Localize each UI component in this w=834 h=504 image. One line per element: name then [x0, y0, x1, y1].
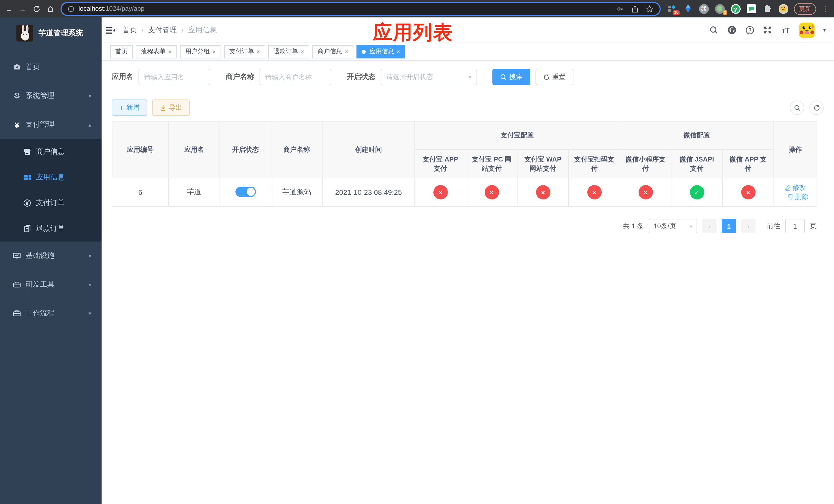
col-app-id: 应用编号 — [112, 121, 169, 178]
browser-update-button[interactable]: 更新 — [794, 3, 816, 15]
search-button[interactable]: 搜索 — [492, 69, 530, 85]
tab-close-icon[interactable]: × — [301, 48, 304, 55]
sidebar-item-workflow[interactable]: 工作流程 ▾ — [0, 299, 102, 328]
sidebar-item-devtools[interactable]: 研发工具 ▾ — [0, 270, 102, 299]
tab-pay-order[interactable]: 支付订单× — [224, 45, 265, 58]
chevron-down-icon: ▾ — [88, 281, 91, 288]
user-avatar[interactable] — [799, 22, 814, 38]
tab-close-icon[interactable]: × — [345, 48, 348, 55]
app-table: 应用编号 应用名 开启状态 商户名称 创建时间 支付宝配置 微信配置 操作 支付… — [112, 121, 817, 207]
tab-close-icon[interactable]: × — [212, 48, 216, 55]
sidebar-item-label: 工作流程 — [26, 308, 54, 318]
sidebar-item-infra[interactable]: 基础设施 ▾ — [0, 242, 102, 270]
sidebar-item-merchant-info[interactable]: 商户信息 — [0, 139, 102, 165]
cell-merchant: 芋道源码 — [271, 178, 322, 206]
extension-command-icon[interactable]: ⌘ — [699, 4, 709, 14]
chevron-down-icon: ▾ — [88, 310, 91, 317]
reset-button[interactable]: 重置 — [535, 69, 573, 85]
refresh-button[interactable] — [809, 100, 824, 115]
tab-close-icon[interactable]: × — [168, 48, 172, 55]
cell-status — [220, 178, 271, 206]
sidebar-item-home[interactable]: 首页 — [0, 53, 102, 82]
app-name-input[interactable] — [138, 69, 210, 85]
extension-y-icon[interactable]: y — [730, 4, 741, 14]
tab-refund-order[interactable]: 退款订单× — [268, 45, 309, 58]
sidebar-item-pay-order[interactable]: 支付订单 — [0, 190, 102, 216]
merchant-name-input[interactable] — [260, 69, 331, 85]
app-logo-row[interactable]: 芋道管理系统 — [0, 18, 102, 49]
site-info-icon[interactable] — [68, 5, 74, 12]
bookmark-star-icon[interactable] — [646, 5, 654, 13]
yen-icon: ¥ — [13, 120, 21, 129]
font-size-icon[interactable]: тT — [781, 25, 790, 35]
github-icon[interactable] — [727, 25, 737, 35]
header-search-icon[interactable] — [709, 25, 719, 35]
avatar-caret-icon[interactable]: ▾ — [823, 27, 826, 33]
alipay-pc-status-icon: × — [484, 185, 499, 200]
tab-user-group[interactable]: 用户分组× — [180, 45, 221, 58]
sidebar-item-label: 支付订单 — [36, 199, 65, 208]
col-alipay-app: 支付宝 APP 支付 — [415, 150, 466, 178]
browser-reload-icon[interactable] — [33, 5, 41, 13]
table-toolbar: + 新增 导出 — [112, 99, 824, 116]
tab-home[interactable]: 首页 — [110, 45, 133, 58]
app-navbar: 首页 / 支付管理 / 应用信息 — [102, 18, 834, 43]
browser-home-icon[interactable] — [47, 5, 54, 13]
breadcrumb-home[interactable]: 首页 — [123, 25, 137, 35]
share-icon[interactable] — [631, 5, 639, 13]
password-key-icon[interactable] — [616, 5, 624, 13]
table-grid-icon — [23, 173, 31, 182]
browser-menu-icon[interactable]: ⋮ — [822, 5, 829, 13]
edit-link[interactable]: 修改 — [785, 183, 806, 192]
search-form: 应用名 商户名称 开启状态 请选择开启状态 ▾ — [112, 69, 824, 85]
download-icon — [160, 104, 166, 111]
sidebar-item-refund-order[interactable]: 退款订单 — [0, 216, 102, 242]
tab-app-info[interactable]: 应用信息× — [356, 45, 405, 58]
url-bar[interactable]: localhost:1024/pay/app — [61, 2, 661, 16]
page-number-1[interactable]: 1 — [722, 219, 736, 233]
extension-1-icon[interactable]: 10 — [667, 4, 677, 14]
col-app-name: 应用名 — [169, 121, 220, 178]
documents-icon — [23, 225, 31, 233]
refresh-icon — [543, 74, 550, 80]
extension-2-icon[interactable] — [683, 4, 693, 14]
tags-view: 首页 流程表单× 用户分组× 支付订单× 退款订单× 商户信息× 应用信息× — [102, 43, 834, 61]
goto-page-input[interactable] — [785, 219, 805, 233]
search-icon — [500, 74, 507, 80]
col-alipay-qr: 支付宝扫码支付 — [569, 150, 620, 178]
sidebar-item-payment[interactable]: ¥ 支付管理 ▴ — [0, 110, 102, 139]
extension-chat-icon[interactable] — [746, 4, 756, 14]
extension-3-icon[interactable]: 1 — [715, 4, 725, 14]
fullscreen-icon[interactable] — [763, 25, 772, 35]
help-icon[interactable] — [745, 25, 754, 35]
col-wechat-jsapi: 微信 JSAPI 支付 — [671, 150, 722, 178]
goto-suffix: 页 — [810, 222, 816, 231]
sidebar-collapse-icon[interactable] — [106, 26, 115, 34]
app-title: 芋道管理系统 — [39, 28, 83, 38]
gear-icon: ⚙ — [13, 92, 21, 100]
browser-forward-icon[interactable]: → — [19, 5, 27, 13]
chevron-up-icon: ▴ — [88, 121, 91, 128]
sidebar-item-app-info[interactable]: 应用信息 — [0, 165, 102, 190]
prev-page-button[interactable]: ‹ — [702, 219, 717, 233]
tab-close-icon[interactable]: × — [396, 48, 400, 55]
show-search-button[interactable] — [790, 100, 804, 115]
status-toggle[interactable] — [235, 186, 256, 197]
tab-close-icon[interactable]: × — [257, 48, 260, 55]
breadcrumb-payment[interactable]: 支付管理 — [148, 25, 177, 35]
next-page-button[interactable]: › — [741, 219, 755, 233]
navbar-actions: тT ▾ — [709, 22, 826, 38]
tab-process-form[interactable]: 流程表单× — [136, 45, 177, 58]
sidebar-item-system[interactable]: ⚙ 系统管理 ▾ — [0, 82, 102, 110]
goto-prefix: 前往 — [767, 222, 780, 231]
extensions-puzzle-icon[interactable] — [762, 4, 772, 14]
page-size-select[interactable]: 10条/页 ▾ — [649, 219, 697, 233]
export-button[interactable]: 导出 — [152, 99, 190, 116]
browser-profile-avatar[interactable] — [778, 4, 788, 14]
add-button[interactable]: + 新增 — [112, 99, 147, 116]
status-select[interactable]: 请选择开启状态 ▾ — [380, 69, 477, 85]
delete-link[interactable]: 删除 — [787, 192, 808, 202]
search-icon — [794, 104, 800, 111]
browser-back-icon[interactable]: ← — [5, 5, 13, 13]
tab-merchant-info[interactable]: 商户信息× — [312, 45, 353, 58]
